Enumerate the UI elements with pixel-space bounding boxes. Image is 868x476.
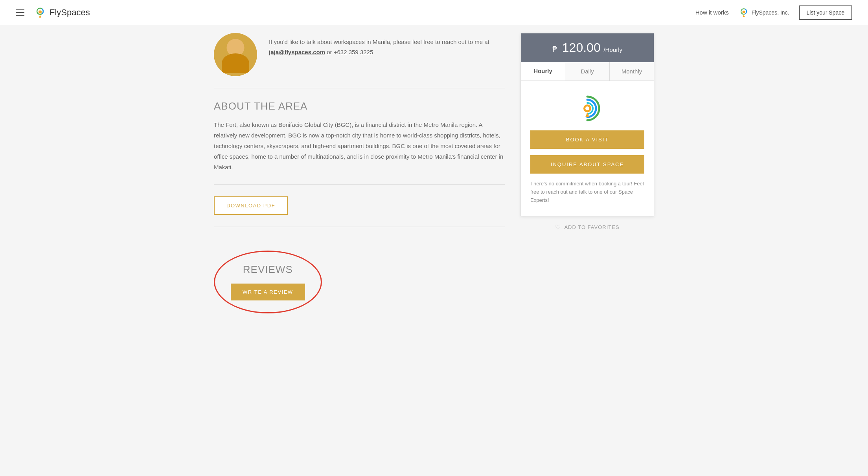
about-section: ABOUT THE AREA The Fort, also known as B… [214,100,505,185]
page-wrapper: If you'd like to talk about workspaces i… [198,25,670,349]
svg-point-6 [742,11,745,13]
price-currency: ₱ [552,45,557,53]
how-it-works-link[interactable]: How it works [695,9,729,16]
brand-name: FlySpaces, Inc. [752,9,789,16]
logo-text: FlySpaces [50,7,90,18]
logo-icon [34,6,46,19]
navbar-left: FlySpaces [16,6,90,19]
host-info: If you'd like to talk about workspaces i… [269,33,505,57]
svg-point-2 [39,10,42,13]
price-amount: 120.00 [562,40,601,55]
host-phone: +632 359 3225 [334,49,373,55]
heart-icon: ♡ [555,223,561,231]
brand-icon [738,7,749,18]
sidebar: ₱ 120.00 /Hourly Hourly Daily Monthly [520,33,654,235]
favorites-label: ADD TO FAVORITES [564,224,619,230]
tab-monthly[interactable]: Monthly [610,62,654,81]
add-favorites[interactable]: ♡ ADD TO FAVORITES [520,216,654,235]
host-intro: If you'd like to talk about workspaces i… [269,37,505,57]
navbar-right: How it works FlySpaces, Inc. List your S… [695,5,852,20]
host-section: If you'd like to talk about workspaces i… [214,33,505,88]
sidebar-card: ₱ 120.00 /Hourly Hourly Daily Monthly [520,33,654,216]
inquire-space-button[interactable]: INQUIRE ABOUT SPACE [530,155,644,174]
svg-point-9 [585,106,589,110]
price-header: ₱ 120.00 /Hourly [521,33,654,62]
price-display: ₱ 120.00 /Hourly [552,42,622,54]
tab-daily[interactable]: Daily [565,62,610,81]
reviews-circle: REVIEWS WRITE A REVIEW [214,251,322,313]
list-space-button[interactable]: List your Space [799,5,853,20]
about-body: The Fort, also known as Bonifacio Global… [214,119,505,172]
flyspaces-logo-large [572,93,603,124]
pricing-tabs: Hourly Daily Monthly [521,62,654,81]
download-section: DOWNLOAD PDF [214,196,505,227]
download-pdf-button[interactable]: DOWNLOAD PDF [214,196,288,215]
about-title: ABOUT THE AREA [214,100,505,112]
write-review-button[interactable]: WRITE A REVIEW [231,284,305,300]
svg-marker-3 [39,15,41,17]
svg-marker-7 [743,15,745,17]
brand-logo-small: FlySpaces, Inc. [738,7,789,18]
price-unit: /Hourly [603,46,622,53]
host-email[interactable]: jaja@flyspaces.com [269,49,325,55]
tab-hourly[interactable]: Hourly [521,62,565,81]
avatar-body [222,53,249,73]
reviews-section: REVIEWS WRITE A REVIEW [214,239,505,325]
book-visit-button[interactable]: BOOK A VISIT [530,130,644,149]
hamburger-menu[interactable] [16,9,24,16]
logo[interactable]: FlySpaces [34,6,90,19]
sidebar-body: BOOK A VISIT INQUIRE ABOUT SPACE There's… [521,81,654,216]
sidebar-note: There's no commitment when booking a tou… [530,180,644,204]
host-avatar [214,33,257,76]
navbar: FlySpaces How it works FlySpaces, Inc. L… [0,0,868,25]
main-content: If you'd like to talk about workspaces i… [214,33,505,325]
reviews-title: REVIEWS [231,264,305,276]
